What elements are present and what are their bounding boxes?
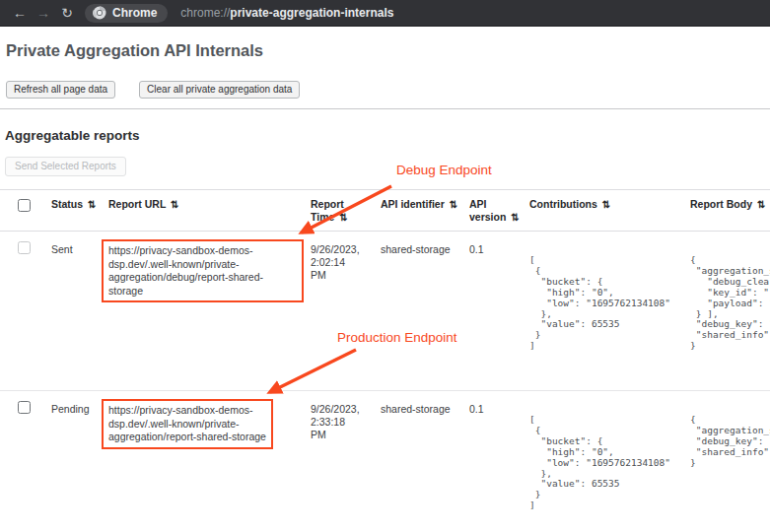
contributions-json: [ { "bucket": { "high": "0", "low": "169… (529, 415, 690, 511)
sort-icon: ⇅ (511, 212, 519, 223)
column-header-report-time[interactable]: Report Time ⇅ (311, 190, 381, 231)
select-all-checkbox[interactable] (18, 199, 31, 212)
report-body-json: { "aggregation_service_payloads": [ { "d… (690, 415, 770, 469)
table-header-row: Status ⇅ Report URL ⇅ Report Time ⇅ API … (0, 189, 770, 232)
page-actions: Refresh all page data Clear all private … (6, 81, 300, 99)
column-header-status[interactable]: Status ⇅ (51, 190, 108, 231)
url-path: private-aggregation-internals (230, 6, 393, 20)
report-url-cell: https://privacy-sandbox-demos- dsp.dev/.… (108, 232, 311, 302)
column-header-report-url[interactable]: Report URL ⇅ (108, 190, 311, 231)
url-scheme: chrome:// (180, 6, 230, 20)
refresh-all-button[interactable]: Refresh all page data (6, 81, 115, 99)
status-cell: Pending (51, 391, 108, 415)
sort-icon: ⇅ (88, 199, 96, 210)
chrome-logo-icon (93, 6, 106, 20)
sort-icon: ⇅ (339, 212, 347, 223)
clear-all-button[interactable]: Clear all private aggregation data (139, 81, 300, 99)
section-divider (0, 108, 770, 109)
page-title: Private Aggregation API Internals (6, 41, 263, 60)
address-bar[interactable]: chrome://private-aggregation-internals (180, 6, 393, 20)
chrome-label: Chrome (112, 6, 157, 20)
report-url-cell: https://privacy-sandbox-demos- dsp.dev/.… (108, 391, 311, 449)
report-url: https://privacy-sandbox-demos- dsp.dev/.… (108, 404, 266, 442)
back-icon[interactable]: ← (8, 5, 32, 21)
sort-icon: ⇅ (450, 199, 457, 210)
production-endpoint-label: Production Endpoint (337, 330, 457, 345)
sort-icon: ⇅ (171, 199, 178, 210)
sort-icon: ⇅ (602, 199, 610, 210)
browser-toolbar: ← → ↻ Chrome chrome://private-aggregatio… (0, 0, 770, 27)
api-version-cell: 0.1 (469, 391, 529, 415)
forward-icon[interactable]: → (32, 5, 55, 21)
report-url-highlight-box: https://privacy-sandbox-demos- dsp.dev/.… (102, 399, 273, 449)
sort-icon: ⇅ (757, 199, 765, 210)
report-time-cell: 9/26/2023, 2:33:18 PM (311, 391, 381, 441)
row-checkbox[interactable] (18, 401, 31, 414)
api-identifier-cell: shared-storage (381, 232, 469, 255)
column-header-report-body[interactable]: Report Body ⇅ (690, 190, 770, 231)
aggregatable-reports-heading: Aggregatable reports (5, 128, 140, 143)
chrome-badge[interactable]: Chrome (85, 4, 168, 23)
contributions-json: [ { "bucket": { "high": "0", "low": "169… (529, 255, 690, 352)
report-url-highlight-box: https://privacy-sandbox-demos- dsp.dev/.… (102, 239, 304, 302)
api-identifier-cell: shared-storage (381, 391, 469, 415)
table-row: Sent https://privacy-sandbox-demos- dsp.… (0, 232, 770, 391)
table-row: Pending https://privacy-sandbox-demos- d… (0, 391, 770, 532)
reload-icon[interactable]: ↻ (55, 5, 79, 21)
reports-table: Status ⇅ Report URL ⇅ Report Time ⇅ API … (0, 189, 770, 532)
report-url: https://privacy-sandbox-demos- dsp.dev/.… (108, 244, 263, 297)
debug-endpoint-label: Debug Endpoint (396, 163, 492, 177)
send-selected-reports-button[interactable]: Send Selected Reports (5, 157, 126, 176)
column-header-api-version[interactable]: API version ⇅ (469, 190, 529, 231)
row-checkbox (18, 241, 31, 254)
report-time-cell: 9/26/2023, 2:02:14 PM (311, 232, 381, 282)
api-version-cell: 0.1 (469, 232, 529, 255)
status-cell: Sent (51, 232, 108, 255)
report-body-json: { "aggregation_service_payloads": [ { "d… (690, 255, 770, 352)
column-header-contributions[interactable]: Contributions ⇅ (529, 190, 690, 231)
column-header-api-identifier[interactable]: API identifier ⇅ (381, 190, 469, 231)
